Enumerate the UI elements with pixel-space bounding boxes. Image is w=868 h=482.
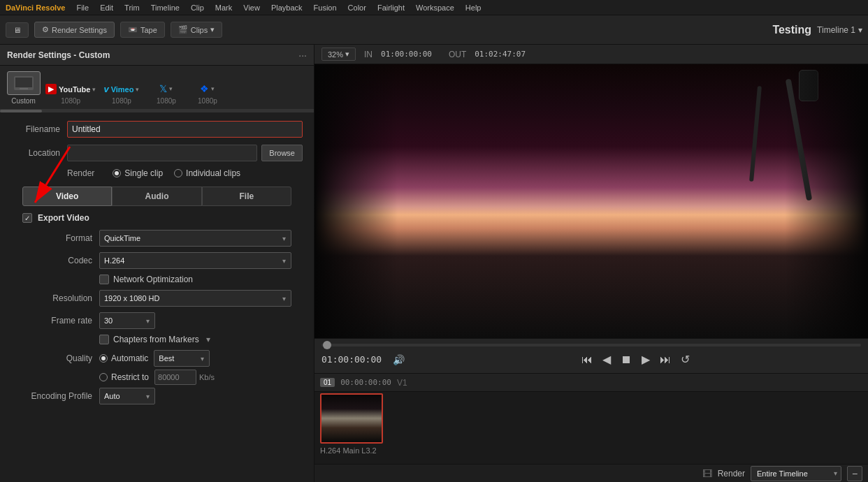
render-settings-label: Render Settings	[52, 26, 107, 34]
export-video-checkbox[interactable]	[22, 213, 32, 223]
preset-youtube[interactable]: ▶ YouTube ▾ 1080p	[45, 84, 96, 109]
single-clip-radio[interactable]: Single clip	[113, 168, 163, 178]
preset-twitter-icon: 𝕏	[159, 83, 167, 94]
menu-file[interactable]: File	[76, 3, 89, 12]
quality-value-input[interactable]	[154, 370, 196, 385]
encoding-profile-row: Encoding Profile Auto	[22, 388, 291, 404]
preset-twitter[interactable]: 𝕏 ▾ 1080p	[147, 83, 185, 109]
menu-fairlight[interactable]: Fairlight	[377, 3, 405, 12]
panel-title: Render Settings - Custom	[7, 50, 110, 60]
menu-view[interactable]: View	[243, 3, 260, 12]
menu-brand[interactable]: DaVinci Resolve	[6, 3, 65, 12]
clip-thumbnail[interactable]	[320, 393, 383, 444]
monitor-icon: 🖥	[13, 26, 21, 34]
quality-restrict-row: Restrict to Kb/s	[22, 370, 291, 385]
clip-track: V1	[397, 378, 407, 388]
quality-label: Quality	[22, 353, 92, 363]
chapters-checkbox[interactable]	[99, 335, 109, 344]
framerate-select[interactable]: 30	[99, 312, 155, 329]
current-timecode: 01:00:00:00	[321, 354, 382, 365]
quality-best-select-wrapper: Best	[154, 350, 210, 367]
presets-scrollbar[interactable]	[0, 110, 314, 112]
export-header: Export Video	[22, 213, 291, 223]
chapters-options-icon[interactable]: ▾	[206, 335, 210, 344]
skip-to-end-btn[interactable]: ⏭	[658, 351, 673, 368]
individual-clips-label: Individual clips	[186, 168, 240, 178]
monitor-btn[interactable]: 🖥	[6, 22, 29, 38]
quality-auto-radio[interactable]: Automatic	[99, 353, 148, 363]
browse-button[interactable]: Browse	[261, 145, 303, 161]
step-back-btn[interactable]: ◀	[600, 351, 613, 368]
menu-playback[interactable]: Playback	[271, 3, 303, 12]
timeline-label: Timeline 1	[817, 25, 855, 35]
codec-select[interactable]: H.264	[99, 252, 291, 269]
menu-timeline[interactable]: Timeline	[151, 3, 180, 12]
preset-youtube-icon: ▶	[45, 84, 57, 94]
individual-clips-radio-circle	[174, 169, 182, 177]
filename-row: Filename	[11, 121, 303, 138]
tape-btn[interactable]: 📼 Tape	[120, 22, 165, 38]
timeline-selector[interactable]: Timeline 1 ▾	[817, 25, 862, 35]
panel-options-btn[interactable]: ···	[298, 50, 307, 61]
preset-custom[interactable]: Custom	[4, 71, 43, 109]
encoding-profile-select[interactable]: Auto	[99, 388, 155, 404]
form-area: Filename Location Browse Render Single c…	[0, 112, 314, 482]
tab-file[interactable]: File	[202, 187, 291, 206]
timeline-header: 01 00:00:00:00 V1	[314, 374, 868, 392]
menu-trim[interactable]: Trim	[124, 3, 140, 12]
in-label: IN	[364, 50, 372, 59]
format-select[interactable]: QuickTime	[99, 230, 291, 247]
scrubber[interactable]	[321, 344, 861, 346]
loop-btn[interactable]: ↺	[679, 351, 692, 368]
minus-button[interactable]: −	[847, 466, 862, 481]
location-input[interactable]	[67, 145, 257, 161]
video-frame	[314, 64, 868, 338]
individual-clips-radio[interactable]: Individual clips	[174, 168, 240, 178]
export-section: Export Video Format QuickTime Codec	[11, 213, 303, 404]
preset-vimeo[interactable]: v Vimeo ▾ 1080p	[99, 84, 144, 109]
render-settings-btn[interactable]: ⚙ Render Settings	[34, 22, 115, 38]
quality-auto-circle	[99, 354, 108, 363]
preset-custom-icon	[7, 71, 41, 95]
filename-input[interactable]	[67, 121, 303, 138]
format-select-wrapper: QuickTime	[99, 230, 291, 247]
menu-workspace[interactable]: Workspace	[416, 3, 454, 12]
tab-video[interactable]: Video	[22, 187, 112, 206]
play-btn[interactable]: ▶	[639, 351, 652, 368]
stop-btn[interactable]: ⏹	[619, 351, 634, 368]
timeline-chevron-icon: ▾	[858, 25, 862, 35]
location-row: Location Browse	[11, 145, 303, 161]
menu-help[interactable]: Help	[465, 3, 482, 12]
skip-to-start-btn[interactable]: ⏮	[579, 351, 595, 368]
preset-dropbox-arrow: ▾	[211, 85, 215, 92]
timeline-content: H.264 Main L3.2	[314, 392, 868, 464]
clip-codec-label: H.264 Main L3.2	[320, 446, 377, 455]
menu-edit[interactable]: Edit	[100, 3, 113, 12]
export-video-title: Export Video	[38, 213, 89, 223]
tab-audio[interactable]: Audio	[112, 187, 201, 206]
menu-color[interactable]: Color	[348, 3, 366, 12]
clips-label: Clips	[191, 26, 208, 34]
clip-timecode: 00:00:00:00	[340, 378, 391, 387]
volume-icon[interactable]: 🔊	[393, 354, 405, 365]
resolution-select[interactable]: 1920 x 1080 HD	[99, 290, 291, 307]
project-title: Testing	[772, 24, 811, 36]
chapters-label: Chapters from Markers	[113, 335, 199, 344]
resolution-row: Resolution 1920 x 1080 HD	[22, 290, 291, 307]
preset-youtube-arrow: ▾	[92, 86, 96, 93]
quality-restrict-radio[interactable]: Restrict to	[99, 372, 149, 382]
format-row: Format QuickTime	[22, 230, 291, 247]
menu-bar: DaVinci Resolve File Edit Trim Timeline …	[0, 0, 868, 15]
preset-dropbox[interactable]: ❖ ▾ 1080p	[188, 83, 226, 109]
clips-icon: 🎬	[178, 25, 188, 34]
menu-fusion[interactable]: Fusion	[314, 3, 337, 12]
menu-mark[interactable]: Mark	[215, 3, 232, 12]
menu-clip[interactable]: Clip	[191, 3, 204, 12]
preset-twitter-sublabel: 1080p	[157, 97, 176, 105]
render-select[interactable]: Entire Timeline	[751, 466, 841, 481]
zoom-selector[interactable]: 32% ▾	[321, 48, 356, 61]
clips-btn[interactable]: 🎬 Clips ▾	[171, 22, 222, 38]
timeline-area: 01 00:00:00:00 V1 H.264 Main L3.2	[314, 373, 868, 464]
network-opt-checkbox[interactable]	[99, 275, 109, 284]
quality-best-select[interactable]: Best	[154, 350, 210, 367]
